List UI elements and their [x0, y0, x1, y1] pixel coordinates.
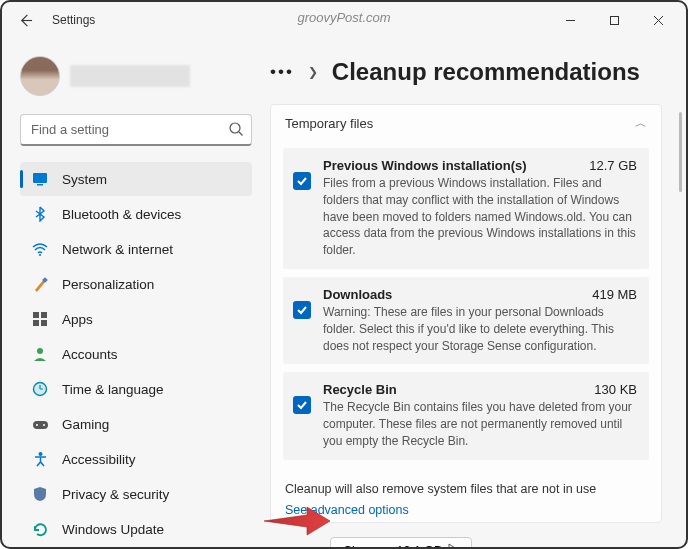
svg-point-19 [38, 452, 42, 456]
cleanup-item-previous-windows[interactable]: Previous Windows installation(s)12.7 GB … [283, 148, 649, 269]
svg-rect-7 [37, 184, 43, 186]
item-description: The Recycle Bin contains files you have … [323, 399, 637, 449]
shield-icon [30, 484, 50, 504]
sidebar-item-label: Bluetooth & devices [62, 207, 181, 222]
svg-point-8 [39, 254, 41, 256]
system-icon [30, 169, 50, 189]
item-size: 419 MB [592, 287, 637, 302]
paintbrush-icon [30, 274, 50, 294]
watermark: groovyPost.com [297, 10, 390, 25]
svg-rect-6 [33, 173, 47, 183]
checkbox-checked[interactable] [293, 301, 311, 319]
cursor-icon [448, 543, 459, 547]
sidebar-item-label: Network & internet [62, 242, 173, 257]
apps-icon [30, 309, 50, 329]
scrollbar[interactable] [679, 112, 682, 192]
cleanup-item-recycle-bin[interactable]: Recycle Bin130 KB The Recycle Bin contai… [283, 372, 649, 459]
back-button[interactable] [10, 5, 40, 35]
avatar [20, 56, 60, 96]
update-icon [30, 519, 50, 539]
svg-rect-13 [41, 320, 47, 326]
svg-point-4 [230, 123, 240, 133]
svg-point-18 [43, 424, 45, 426]
svg-rect-10 [33, 312, 39, 318]
sidebar-item-update[interactable]: Windows Update [20, 512, 252, 546]
chevron-up-icon: ︿ [635, 115, 647, 132]
item-size: 12.7 GB [589, 158, 637, 173]
section-temporary-files[interactable]: Temporary files ︿ [271, 105, 661, 142]
item-description: Warning: These are files in your persona… [323, 304, 637, 354]
section-title: Temporary files [285, 116, 373, 131]
svg-point-17 [36, 424, 38, 426]
window-title: Settings [52, 13, 95, 27]
sidebar-item-label: System [62, 172, 107, 187]
sidebar-item-time[interactable]: Time & language [20, 372, 252, 406]
sidebar-item-label: Time & language [62, 382, 164, 397]
sidebar-item-network[interactable]: Network & internet [20, 232, 252, 266]
user-account-row[interactable] [20, 56, 252, 96]
sidebar-item-label: Accessibility [62, 452, 136, 467]
svg-rect-11 [41, 312, 47, 318]
sidebar-item-gaming[interactable]: Gaming [20, 407, 252, 441]
page-title: Cleanup recommendations [332, 58, 640, 86]
svg-rect-12 [33, 320, 39, 326]
search-icon [228, 121, 244, 141]
checkbox-checked[interactable] [293, 172, 311, 190]
minimize-button[interactable] [550, 5, 590, 35]
close-button[interactable] [638, 5, 678, 35]
sidebar-item-label: Privacy & security [62, 487, 169, 502]
item-size: 130 KB [594, 382, 637, 397]
svg-line-5 [239, 132, 243, 136]
person-icon [30, 344, 50, 364]
accessibility-icon [30, 449, 50, 469]
svg-rect-16 [33, 421, 48, 429]
sidebar-item-system[interactable]: System [20, 162, 252, 196]
sidebar-item-label: Windows Update [62, 522, 164, 537]
sidebar-item-personalization[interactable]: Personalization [20, 267, 252, 301]
item-title: Downloads [323, 287, 392, 302]
sidebar-item-label: Apps [62, 312, 93, 327]
globe-clock-icon [30, 379, 50, 399]
sidebar-item-label: Gaming [62, 417, 109, 432]
sidebar-item-label: Personalization [62, 277, 154, 292]
item-title: Previous Windows installation(s) [323, 158, 527, 173]
user-name-redacted [70, 65, 190, 87]
maximize-button[interactable] [594, 5, 634, 35]
breadcrumb: ••• ❯ Cleanup recommendations [270, 58, 662, 86]
sidebar-item-accounts[interactable]: Accounts [20, 337, 252, 371]
cleanup-button-label: Clean up 13.1 GB [343, 544, 442, 547]
cleanup-item-downloads[interactable]: Downloads419 MB Warning: These are files… [283, 277, 649, 364]
sidebar-item-apps[interactable]: Apps [20, 302, 252, 336]
chevron-right-icon: ❯ [308, 65, 318, 79]
sidebar-item-label: Accounts [62, 347, 118, 362]
sidebar-item-bluetooth[interactable]: Bluetooth & devices [20, 197, 252, 231]
item-description: Files from a previous Windows installati… [323, 175, 637, 259]
item-title: Recycle Bin [323, 382, 397, 397]
sidebar-item-privacy[interactable]: Privacy & security [20, 477, 252, 511]
breadcrumb-more-icon[interactable]: ••• [270, 62, 294, 82]
search-input[interactable] [20, 114, 252, 146]
svg-rect-1 [610, 16, 618, 24]
sidebar-item-accessibility[interactable]: Accessibility [20, 442, 252, 476]
gaming-icon [30, 414, 50, 434]
checkbox-checked[interactable] [293, 396, 311, 414]
cleanup-button[interactable]: Clean up 13.1 GB [330, 537, 472, 547]
svg-point-14 [37, 348, 43, 354]
annotation-arrow [262, 503, 332, 539]
bluetooth-icon [30, 204, 50, 224]
wifi-icon [30, 239, 50, 259]
cleanup-note: Cleanup will also remove system files th… [285, 482, 661, 496]
